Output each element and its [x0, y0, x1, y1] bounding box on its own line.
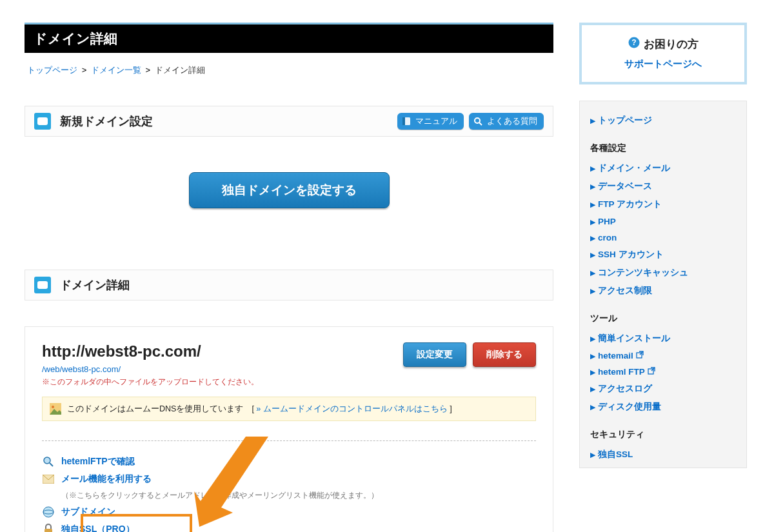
side-top-link[interactable]: トップページ: [598, 115, 652, 125]
divider: [42, 440, 536, 441]
svg-rect-2: [402, 117, 405, 125]
set-original-domain-button[interactable]: 独自ドメインを設定する: [189, 172, 390, 208]
caret-icon: ▶: [590, 182, 595, 190]
search-icon: [473, 116, 483, 126]
delete-button[interactable]: 削除する: [473, 342, 536, 367]
side-link[interactable]: cron: [598, 233, 617, 242]
side-link[interactable]: アクセスログ: [598, 384, 652, 393]
ssl-link[interactable]: 独自SSL（PRO）: [61, 524, 135, 532]
side-panel: ▶トップページ 各種設定 ▶ドメイン・メール▶データベース▶FTP アカウント▶…: [579, 101, 747, 468]
faq-label: よくある質問: [487, 115, 537, 127]
side-link[interactable]: PHP: [598, 217, 616, 226]
svg-point-7: [52, 406, 54, 408]
caret-icon: ▶: [590, 201, 595, 208]
caret-icon: ▶: [590, 368, 595, 376]
breadcrumb-top[interactable]: トップページ: [27, 65, 77, 75]
svg-rect-13: [45, 529, 52, 532]
caret-icon: ▶: [590, 234, 595, 242]
lock-icon: [42, 523, 55, 532]
caret-icon: ▶: [590, 403, 595, 411]
svg-point-8: [44, 457, 50, 464]
svg-rect-0: [37, 117, 48, 125]
breadcrumb-current: ドメイン詳細: [155, 65, 205, 75]
svg-line-4: [479, 123, 482, 125]
caret-icon: ▶: [590, 164, 595, 172]
caret-icon: ▶: [590, 385, 595, 393]
mail-icon: [42, 473, 55, 486]
section-icon: [34, 113, 51, 130]
muumuu-link[interactable]: » ムームードメインのコントロールパネルはこちら: [256, 404, 447, 413]
breadcrumb-sep: >: [82, 65, 87, 75]
breadcrumb-sep: >: [145, 65, 150, 75]
side-heading-security: セキュリティ: [580, 420, 746, 446]
breadcrumb-domain-list[interactable]: ドメイン一覧: [91, 65, 141, 75]
caret-icon: ▶: [590, 451, 595, 458]
side-link[interactable]: アクセス制限: [598, 286, 652, 295]
side-link[interactable]: 簡単インストール: [598, 333, 670, 343]
side-link[interactable]: ドメイン・メール: [598, 163, 670, 173]
side-link[interactable]: FTP アカウント: [598, 199, 662, 209]
support-page-link[interactable]: サポートページへ: [588, 58, 738, 70]
caret-icon: ▶: [590, 269, 595, 277]
mail-feature-hint: （※こちらをクリックするとメールアドレスの作成やメーリングリスト機能が使えます。…: [61, 490, 536, 501]
globe-icon: [42, 506, 55, 518]
caret-icon: ▶: [590, 117, 595, 124]
section-icon: [34, 277, 51, 293]
card-links: hetemlFTPで確認 メール機能を利用する （※こちらをクリックするとメール…: [42, 455, 536, 532]
side-heading-settings: 各種設定: [580, 133, 746, 159]
muumuu-text: このドメインはムームーDNSを使用しています [: [67, 404, 256, 413]
caret-icon: ▶: [590, 287, 595, 295]
domain-card: http://webst8-pc.com/ /web/webst8-pc.com…: [25, 326, 553, 532]
hetemlftp-link[interactable]: hetemlFTPで確認: [61, 456, 135, 468]
section-title: 新規ドメイン設定: [60, 113, 388, 129]
caret-icon: ▶: [590, 352, 595, 360]
book-icon: [401, 116, 412, 126]
caret-icon: ▶: [590, 335, 595, 342]
faq-button[interactable]: よくある質問: [469, 113, 544, 130]
magnifier-icon: [42, 455, 55, 468]
upload-note: ※このフォルダの中へファイルをアップロードしてください。: [42, 377, 536, 388]
breadcrumb: トップページ > ドメイン一覧 > ドメイン詳細: [25, 53, 553, 80]
external-icon: [636, 351, 644, 360]
svg-point-11: [43, 507, 54, 517]
picture-icon: [49, 402, 62, 415]
help-box: ? お困りの方 サポートページへ: [579, 23, 747, 84]
svg-rect-5: [37, 281, 48, 289]
svg-point-3: [475, 118, 480, 123]
side-heading-tools: ツール: [580, 304, 746, 330]
side-link[interactable]: 独自SSL: [598, 449, 633, 459]
svg-text:?: ?: [631, 38, 636, 47]
side-link[interactable]: ディスク使用量: [598, 402, 661, 411]
external-icon: [648, 367, 655, 377]
side-link[interactable]: SSH アカウント: [598, 250, 664, 259]
caret-icon: ▶: [590, 251, 595, 259]
side-link[interactable]: hetemail: [598, 351, 633, 360]
page-title: ドメイン詳細: [25, 23, 553, 53]
side-link[interactable]: heteml FTP: [598, 367, 645, 377]
svg-line-9: [50, 463, 53, 466]
caret-icon: ▶: [590, 218, 595, 226]
muumuu-tail: ]: [448, 404, 452, 413]
help-title: お困りの方: [644, 37, 699, 52]
section-title: ドメイン詳細: [60, 277, 544, 293]
question-icon: ?: [628, 37, 640, 52]
subdomain-link[interactable]: サブドメイン: [61, 506, 115, 518]
muumuu-info: このドメインはムームーDNSを使用しています [ » ムームードメインのコントロ…: [42, 397, 536, 421]
side-link[interactable]: コンテンツキャッシュ: [598, 268, 688, 277]
section-header-domain-detail: ドメイン詳細: [25, 270, 553, 300]
mail-feature-link[interactable]: メール機能を利用する: [61, 473, 152, 485]
side-link[interactable]: データベース: [598, 181, 652, 191]
manual-label: マニュアル: [415, 115, 457, 127]
section-header-new-domain: 新規ドメイン設定 マニュアル よくある質問: [25, 106, 553, 137]
manual-button[interactable]: マニュアル: [397, 113, 464, 130]
edit-settings-button[interactable]: 設定変更: [403, 342, 466, 367]
